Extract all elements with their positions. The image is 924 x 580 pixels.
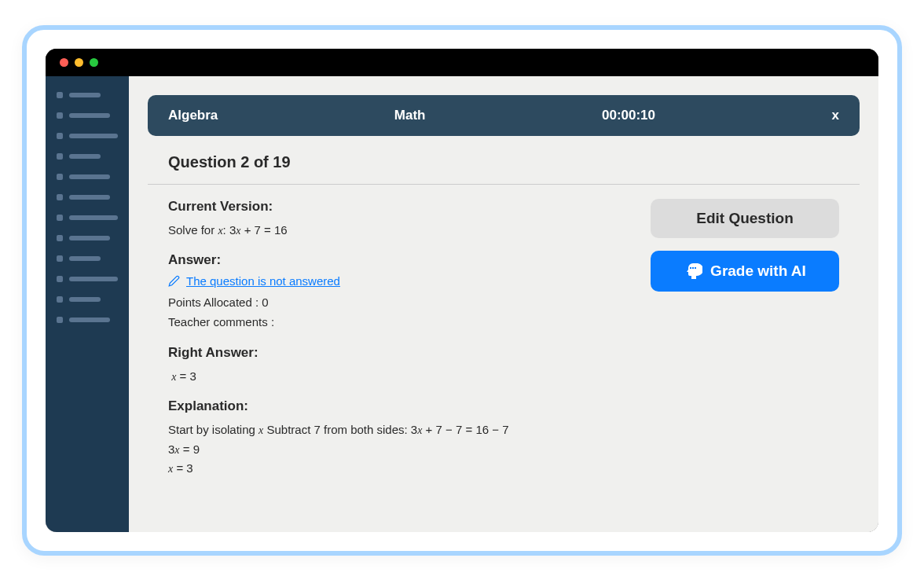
main-content: Algebra Math 00:00:10 x Question 2 of 19… — [129, 76, 878, 532]
sidebar-item[interactable] — [57, 92, 118, 98]
explanation-line-3: x = 3 — [168, 459, 632, 478]
content-left: Current Version: Solve for x: 3x + 7 = 1… — [168, 199, 632, 491]
edit-question-button[interactable]: Edit Question — [651, 199, 839, 238]
sidebar-item[interactable] — [57, 296, 118, 303]
sidebar-item[interactable] — [57, 174, 118, 180]
answer-status-text: The question is not answered — [186, 274, 340, 288]
header-bar: Algebra Math 00:00:10 x — [148, 95, 860, 136]
explanation-block: Explanation: Start by isolating x Subtra… — [168, 398, 632, 478]
sidebar-item[interactable] — [57, 276, 118, 282]
app-body: Algebra Math 00:00:10 x Question 2 of 19… — [46, 76, 878, 532]
sidebar-item[interactable] — [57, 235, 118, 241]
current-version-label: Current Version: — [168, 199, 632, 215]
explanation-line-2: 3x = 9 — [168, 440, 632, 459]
sidebar-item[interactable] — [57, 112, 118, 119]
content-row: Current Version: Solve for x: 3x + 7 = 1… — [148, 199, 860, 491]
sidebar-item[interactable] — [57, 317, 118, 323]
header-subject: Algebra — [168, 108, 218, 123]
current-version-block: Current Version: Solve for x: 3x + 7 = 1… — [168, 199, 632, 240]
ai-head-icon — [684, 262, 702, 281]
answer-label: Answer: — [168, 252, 632, 268]
answer-status-link[interactable]: The question is not answered — [168, 274, 632, 288]
maximize-dot[interactable] — [90, 58, 98, 67]
content-right: Edit Question Grade with AI — [651, 199, 839, 491]
grade-ai-label: Grade with AI — [710, 262, 806, 280]
minimize-dot[interactable] — [75, 58, 83, 67]
sidebar-item[interactable] — [57, 255, 118, 262]
pencil-icon — [168, 275, 180, 287]
sidebar-item[interactable] — [57, 133, 118, 139]
answer-block: Answer: The question is not answered Poi… — [168, 252, 632, 332]
sidebar — [46, 76, 129, 532]
explanation-line-1: Start by isolating x Subtract 7 from bot… — [168, 420, 632, 439]
sidebar-item[interactable] — [57, 215, 118, 221]
header-category: Math — [394, 108, 426, 123]
app-window: Algebra Math 00:00:10 x Question 2 of 19… — [46, 49, 878, 532]
right-answer-label: Right Answer: — [168, 345, 632, 361]
teacher-comments: Teacher comments : — [168, 312, 632, 332]
window-titlebar — [46, 49, 878, 76]
close-button[interactable]: x — [832, 108, 839, 123]
header-timer: 00:00:10 — [602, 108, 655, 123]
right-answer-block: Right Answer: x = 3 — [168, 345, 632, 386]
grade-with-ai-button[interactable]: Grade with AI — [651, 251, 839, 292]
explanation-label: Explanation: — [168, 398, 632, 414]
sidebar-item[interactable] — [57, 194, 118, 200]
question-counter: Question 2 of 19 — [148, 136, 860, 185]
sidebar-item[interactable] — [57, 153, 118, 160]
outer-frame: Algebra Math 00:00:10 x Question 2 of 19… — [22, 25, 902, 556]
right-answer-text: x = 3 — [168, 367, 632, 386]
points-allocated: Points Allocated : 0 — [168, 292, 632, 313]
current-version-text: Solve for x: 3x + 7 = 16 — [168, 221, 632, 240]
close-dot[interactable] — [60, 58, 68, 67]
